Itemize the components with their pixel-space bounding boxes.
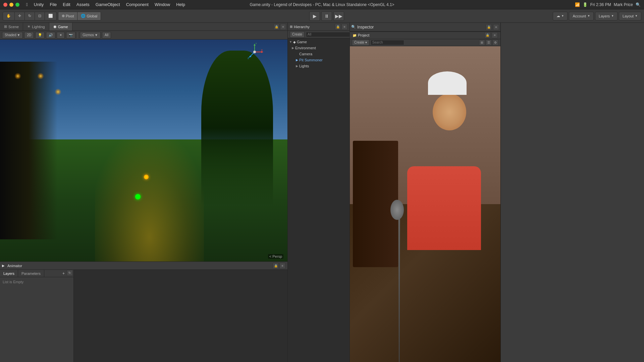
move-tool-btn[interactable]: ✛ <box>15 12 25 20</box>
fx-toggle-btn[interactable]: ✦ <box>57 32 65 39</box>
animator-graph-area[interactable] <box>74 270 287 362</box>
component-menu-item[interactable]: Component <box>123 1 151 8</box>
global-icon: 🌐 <box>81 14 86 18</box>
scene-tab-label: Scene <box>8 25 19 29</box>
game-expand-arrow: ▼ <box>289 40 292 44</box>
hierarchy-lock-btn[interactable]: 🔒 <box>335 24 341 30</box>
hierarchy-item-game[interactable]: ▼ ◆ Game <box>288 39 350 45</box>
gameobject-menu-item[interactable]: GameObject <box>93 1 123 8</box>
project-view-icon-btn[interactable]: ⊞ <box>479 40 485 46</box>
project-controls: 🔒 ≡ <box>484 32 498 38</box>
lighting-tab[interactable]: ☀ Lighting <box>23 23 49 31</box>
animator-toolbar: ▶ Animator 🔒 ≡ <box>0 262 287 270</box>
scene-tab[interactable]: ⊞ Scene <box>0 23 23 31</box>
inspector-menu-btn[interactable]: ≡ <box>493 24 499 30</box>
parameters-subtab[interactable]: Parameters <box>18 270 44 277</box>
animator-icon: ▶ <box>2 264 5 267</box>
scale-tool-btn[interactable]: ⊡ <box>35 12 45 20</box>
global-btn[interactable]: 🌐 Global <box>77 12 101 20</box>
inspector-lock-btn[interactable]: 🔒 <box>486 24 492 30</box>
svg-text:X: X <box>261 49 263 52</box>
gizmos-arrow: ▼ <box>95 33 98 37</box>
account-btn[interactable]: Account <box>569 12 594 20</box>
pivot-btn[interactable]: ⊕ Pivot <box>58 12 77 20</box>
parameters-subtab-label: Parameters <box>21 272 41 276</box>
main-layout: ⊞ Scene ☀ Lighting ◉ Game 🔒 ≡ Shaded ▼ <box>0 23 644 362</box>
project-toolbar: Create ▾ ⊞ ☰ ⚙ <box>350 39 500 46</box>
hierarchy-create-btn[interactable]: Create <box>290 31 305 38</box>
layers-dropdown[interactable]: Layers <box>595 12 618 20</box>
animator-menu-btn[interactable]: ≡ <box>279 263 285 269</box>
hierarchy-item-camera[interactable]: Camera <box>288 51 350 57</box>
light-toggle-btn[interactable]: 💡 <box>35 32 45 39</box>
file-menu-item[interactable]: File <box>47 1 59 8</box>
audio-toggle-btn[interactable]: 🔊 <box>46 32 55 39</box>
camera-icon-btn[interactable]: 📷 <box>66 32 75 39</box>
minimize-dot[interactable] <box>9 3 13 7</box>
svg-marker-7 <box>249 56 252 58</box>
scene-viewport[interactable]: < Persp Y X Z <box>0 40 287 261</box>
inspector-panel: 🔍 Inspector 🔒 ≡ 📁 Project 🔒 ≡ Create ▾ ⊞… <box>350 23 501 362</box>
layout-dropdown[interactable]: Layout <box>619 12 641 20</box>
unity-menu-item[interactable]: Unity <box>31 1 47 8</box>
hierarchy-menu-btn[interactable]: ≡ <box>341 24 347 30</box>
layers-subtab-label: Layers <box>3 272 14 276</box>
hierarchy-item-lights[interactable]: ▶ Lights <box>288 63 350 69</box>
layers-subtab[interactable]: Layers <box>0 270 18 277</box>
project-menu-btn[interactable]: ≡ <box>492 32 498 38</box>
dungeon-area <box>95 139 204 261</box>
animator-add-btn[interactable]: + <box>60 270 67 277</box>
step-button[interactable]: ▶▶ <box>333 11 344 21</box>
close-dot[interactable] <box>3 3 7 7</box>
panel-menu-btn[interactable]: ≡ <box>280 24 286 30</box>
2d-label: 2D <box>27 33 31 37</box>
svg-text:Z: Z <box>248 57 249 60</box>
pit-summoner-label: Pit Summoner <box>299 58 323 62</box>
project-create-btn[interactable]: Create ▾ <box>352 39 369 46</box>
project-lock-btn[interactable]: 🔒 <box>484 32 490 38</box>
lights-label: Lights <box>299 64 309 68</box>
project-icon: 📁 <box>353 34 357 37</box>
rect-tool-btn[interactable]: ⬜ <box>45 12 56 20</box>
game-tab[interactable]: ◉ Game <box>49 23 72 31</box>
assets-menu-item[interactable]: Assets <box>74 1 92 8</box>
shading-label: Shaded <box>5 33 16 37</box>
pivot-icon: ⊕ <box>62 14 65 18</box>
2d-btn[interactable]: 2D <box>24 32 34 39</box>
edit-menu-item[interactable]: Edit <box>60 1 73 8</box>
project-settings-btn[interactable]: ⚙ <box>492 40 498 46</box>
animator-panel: ▶ Animator 🔒 ≡ Layers Parameters <box>0 261 287 362</box>
project-search-input[interactable] <box>371 40 404 45</box>
project-tab-bar: 📁 Project 🔒 ≡ <box>350 32 500 39</box>
hierarchy-search-input[interactable] <box>306 32 352 37</box>
play-controls: ▶ ⏸ ▶▶ <box>102 11 551 21</box>
hand-tool-btn[interactable]: ✋ <box>3 12 15 20</box>
camera-label: Camera <box>299 52 312 56</box>
scene-toolbar: Shaded ▼ 2D 💡 🔊 ✦ 📷 Gizmos ▼ All <box>0 31 287 40</box>
user-name: Mark Price <box>614 2 633 7</box>
play-button[interactable]: ▶ <box>309 11 320 21</box>
collab-btn[interactable]: ☁ <box>553 12 568 20</box>
maximize-dot[interactable] <box>15 3 19 7</box>
window-title: Game.unity - Legend of Devslopes - PC, M… <box>250 2 394 7</box>
help-menu-item[interactable]: Help <box>173 1 188 8</box>
window-menu-item[interactable]: Window <box>152 1 173 8</box>
pause-button[interactable]: ⏸ <box>321 11 332 21</box>
animator-refresh-btn[interactable]: ↻ <box>67 270 73 276</box>
hierarchy-item-environment[interactable]: ▶ Environment <box>288 45 350 51</box>
apple-menu-item[interactable]:  <box>23 1 31 8</box>
hierarchy-item-pit-summoner[interactable]: ▶ Pit Summoner <box>288 57 350 63</box>
scene-tab-icon: ⊞ <box>4 24 7 29</box>
pivot-global-group: ⊕ Pivot 🌐 Global <box>58 12 101 20</box>
all-btn[interactable]: All <box>102 32 111 39</box>
rotate-tool-btn[interactable]: ↻ <box>25 12 35 20</box>
gizmos-btn[interactable]: Gizmos ▼ <box>80 32 101 39</box>
shading-mode-btn[interactable]: Shaded ▼ <box>2 32 23 39</box>
left-structure <box>0 62 57 239</box>
project-view-list-btn[interactable]: ☰ <box>486 40 492 46</box>
inspector-controls: 🔒 ≡ <box>486 24 499 30</box>
search-icon[interactable]: 🔍 <box>636 2 641 7</box>
panel-lock-btn[interactable]: 🔒 <box>273 24 279 30</box>
lighting-tab-label: Lighting <box>32 25 45 29</box>
animator-lock-btn[interactable]: 🔒 <box>273 263 279 269</box>
